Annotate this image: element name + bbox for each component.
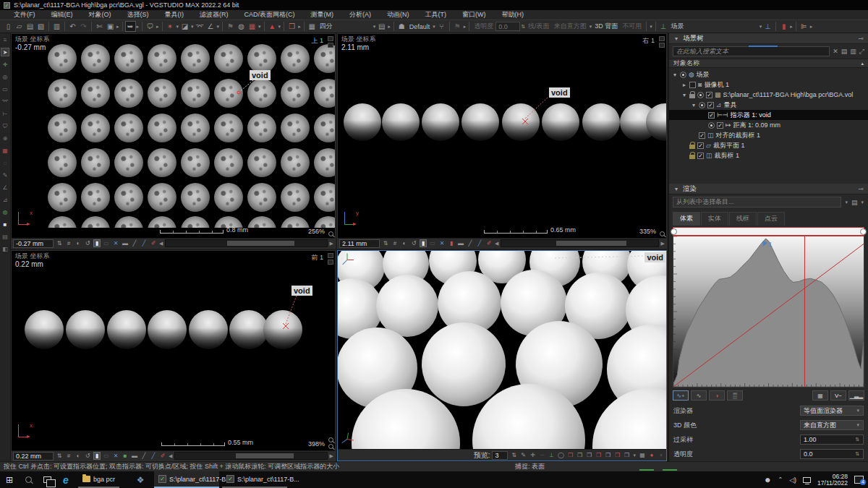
profile-dropdown[interactable]: ▾ xyxy=(433,24,435,30)
zoom-in-icon[interactable] xyxy=(660,231,665,236)
step-icon[interactable]: # xyxy=(65,240,72,247)
preset-curve-add-icon[interactable]: ∿+ xyxy=(673,390,689,401)
segmentation-tool-icon[interactable]: ▦ xyxy=(1,146,9,155)
layout-save-icon[interactable]: ▤ xyxy=(376,21,387,32)
search-button[interactable] xyxy=(19,471,38,488)
layout-dropdown[interactable]: ▾ xyxy=(373,24,376,30)
grid-tool-icon[interactable]: ◧ xyxy=(1,244,9,253)
stop-icon[interactable]: ▫ xyxy=(658,452,665,458)
axes2-icon[interactable]: ⟂ xyxy=(762,21,773,32)
scene-combo-label[interactable]: 场景 xyxy=(671,22,757,31)
slice-spinner[interactable]: ⇅ xyxy=(382,240,389,247)
line-icon[interactable]: ▬ xyxy=(122,240,129,247)
gray-value-histogram[interactable]: 1 xyxy=(673,236,864,387)
voxel-tool-icon[interactable]: ▤ xyxy=(1,232,9,241)
clip-box-icon-5[interactable]: ❒ xyxy=(604,452,611,458)
grid-toggle-icon[interactable]: ▦ xyxy=(812,390,828,401)
vgstudio-window1-button[interactable]: ✓ S:\planar_ct\1117-B... xyxy=(154,471,219,488)
indicator-tool-icon[interactable]: ⊢ xyxy=(1,109,9,118)
contrast-icon[interactable]: ◐ xyxy=(401,240,408,247)
filter-icon[interactable]: ▤ xyxy=(841,48,848,55)
brush-tool-icon[interactable]: ◌ xyxy=(1,158,9,167)
preset-curve-icon[interactable]: ∿ xyxy=(691,390,707,401)
menu-item[interactable]: 动画(N) xyxy=(379,10,417,20)
tree-row[interactable]: ✓◫裁剪框 1 xyxy=(669,150,868,160)
ramp-handle-right[interactable] xyxy=(860,228,867,235)
layout-save-dropdown[interactable]: ▸ xyxy=(388,24,391,30)
axes-small-icon[interactable]: ⟂ xyxy=(548,452,555,459)
pan-tool-icon[interactable]: ✛ xyxy=(1,60,9,69)
histogram-plot[interactable]: 1 xyxy=(673,236,864,388)
preset-contrast-icon[interactable]: ◑ xyxy=(709,390,725,401)
preset-select[interactable]: 从列表中选择条目... xyxy=(673,197,841,207)
vgstudio-window2-button[interactable]: ✓ S:\planar_ct\1117-B... xyxy=(222,471,287,488)
polyline-tool-icon[interactable]: ◍ xyxy=(1,207,9,216)
clip-box-icon-1[interactable]: ❒ xyxy=(566,452,574,458)
scene-tree-header[interactable]: ▾场景树 ⊸ xyxy=(669,33,868,44)
navigate-dropdown[interactable]: ▸ xyxy=(137,24,140,30)
tree-row[interactable]: ✓▱裁剪平面 1 xyxy=(669,140,868,150)
flag2-icon[interactable]: ⚑ xyxy=(452,21,463,32)
explorer-window-button[interactable]: bga pcr xyxy=(78,471,119,488)
tab-线框[interactable]: 线框 xyxy=(729,212,757,226)
crosshair-icon[interactable]: ✕ xyxy=(112,240,119,247)
void-annotation[interactable]: void xyxy=(250,70,271,80)
clip-box-icon-3[interactable]: ❒ xyxy=(585,452,592,458)
clip-box-icon-2[interactable]: ❒ xyxy=(576,452,583,458)
volume-dropdown[interactable]: ▸ xyxy=(298,24,301,30)
opacity-input[interactable]: 0.0⇅ xyxy=(800,449,864,459)
scroll-left-arrow[interactable]: ◀ xyxy=(169,453,172,459)
network-icon[interactable] xyxy=(803,477,811,483)
tree-row[interactable]: ✓◫对齐的裁剪框 1 xyxy=(669,130,868,140)
visibility-toggle[interactable] xyxy=(699,102,705,108)
viewport3-corner-icons[interactable] xyxy=(328,253,333,265)
expander-icon[interactable]: ▸ xyxy=(681,82,687,88)
bookmark-dropdown[interactable]: ▸ xyxy=(790,24,793,30)
measure-line-icon[interactable]: ╱ xyxy=(140,240,148,247)
flag-icon[interactable]: ⚑ xyxy=(225,21,236,32)
checkbox[interactable]: ✓ xyxy=(707,102,714,108)
mirror-icon[interactable]: ▭ xyxy=(429,240,436,247)
menu-item[interactable]: 分析(A) xyxy=(341,10,379,20)
flag2-dropdown[interactable]: ▸ xyxy=(464,24,467,30)
menu-item[interactable]: 滤波器(R) xyxy=(192,10,237,20)
backface-label[interactable]: 3D 背面 xyxy=(595,22,618,31)
hidden-icons-chevron[interactable]: ⌃ xyxy=(778,476,783,483)
rotate-icon[interactable]: ↺ xyxy=(84,240,91,247)
visibility-toggle[interactable] xyxy=(708,122,715,129)
draw-icon[interactable]: ✐ xyxy=(150,240,157,247)
checkbox[interactable]: ✓ xyxy=(699,132,705,139)
scroll-right-arrow[interactable]: ▶ xyxy=(661,241,665,247)
expand-icon[interactable]: ⤢ xyxy=(859,48,864,56)
measure-tool-icon[interactable]: ⌤ xyxy=(1,97,9,106)
zoom-in-icon[interactable] xyxy=(328,437,333,442)
expander-icon[interactable]: ▾ xyxy=(691,102,697,108)
undo-icon[interactable]: ↶ xyxy=(67,21,78,32)
angle-icon[interactable]: ∠ xyxy=(205,21,216,32)
expander-icon[interactable]: ▾ xyxy=(672,72,678,78)
collapse-all-icon[interactable]: ▥ xyxy=(850,48,856,55)
edge-button[interactable]: e xyxy=(56,471,75,488)
menu-item[interactable]: CAD/表面网格(C) xyxy=(237,10,303,20)
pin-icon[interactable]: ⊸ xyxy=(858,185,864,192)
eraser-icon[interactable]: ◪ xyxy=(179,21,190,32)
pen-tool-icon[interactable]: ∠ xyxy=(1,183,9,192)
checkbox[interactable]: ✓ xyxy=(697,142,704,149)
profile-line-icon[interactable]: ╱ xyxy=(140,453,148,459)
region-grow-tool-icon[interactable]: ■ xyxy=(1,220,9,228)
value-mode-icon[interactable]: V− xyxy=(830,390,846,401)
open-file-icon[interactable]: ▱ xyxy=(14,21,25,32)
slice-tool-icon[interactable]: ▭ xyxy=(1,85,9,93)
contrast-icon[interactable]: ◐ xyxy=(75,240,82,247)
move-icon[interactable]: ✛ xyxy=(529,452,536,458)
profile-line-icon[interactable]: ╱ xyxy=(131,240,138,247)
slice-position-input[interactable]: 0.22 mm xyxy=(13,452,54,461)
volume-icon[interactable]: ◁) xyxy=(789,476,796,484)
copy-icon[interactable]: ▣ xyxy=(105,21,116,32)
rotate-icon[interactable]: ↺ xyxy=(84,453,91,459)
checkbox[interactable]: ✓ xyxy=(706,92,712,98)
step-icon[interactable]: # xyxy=(391,240,399,247)
new-file-icon[interactable]: ▯ xyxy=(3,21,14,32)
clip-box-icon-6[interactable]: ❒ xyxy=(613,452,621,458)
histogram-widget[interactable]: 1 xyxy=(673,227,864,388)
